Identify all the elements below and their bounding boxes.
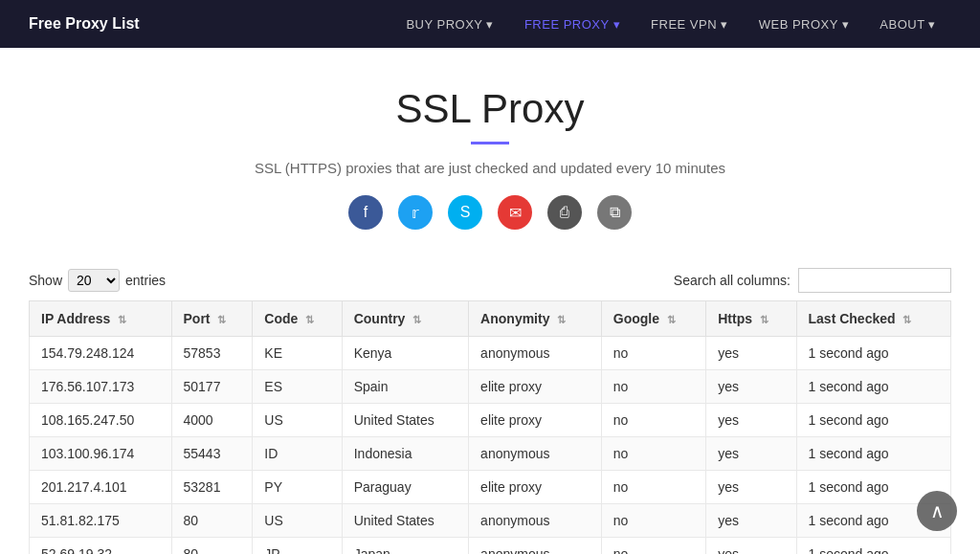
nav-web-proxy[interactable]: WEB PROXY ▾ <box>744 0 865 48</box>
cell-anonymity: anonymous <box>469 504 602 538</box>
cell-google: no <box>601 538 705 555</box>
sort-country-icon: ⇅ <box>412 314 421 325</box>
cell-last_checked: 1 second ago <box>796 437 950 471</box>
cell-code: ID <box>253 437 342 471</box>
sort-port-icon: ⇅ <box>217 314 226 325</box>
table-body: 154.79.248.12457853KEKenyaanonymousnoyes… <box>30 337 951 555</box>
col-port[interactable]: Port ⇅ <box>171 301 253 337</box>
cell-https: yes <box>706 538 796 555</box>
col-ip[interactable]: IP Address ⇅ <box>30 301 172 337</box>
proxy-table: IP Address ⇅ Port ⇅ Code ⇅ Country ⇅ Ano… <box>29 300 951 554</box>
cell-last_checked: 1 second ago <box>796 337 950 370</box>
skype-icon[interactable]: S <box>448 195 482 230</box>
social-icons: f 𝕣 S ✉ ⎙ ⧉ <box>19 195 961 230</box>
col-google[interactable]: Google ⇅ <box>601 301 705 337</box>
col-https[interactable]: Https ⇅ <box>706 301 796 337</box>
show-label: Show <box>29 273 62 288</box>
cell-https: yes <box>706 504 796 538</box>
cell-port: 55443 <box>171 437 253 471</box>
cell-ip: 201.217.4.101 <box>30 471 172 504</box>
col-last-checked[interactable]: Last Checked ⇅ <box>796 301 950 337</box>
cell-google: no <box>601 471 705 504</box>
email-icon[interactable]: ✉ <box>498 195 532 230</box>
brand-logo: Free Proxy List <box>29 15 140 33</box>
table-header: IP Address ⇅ Port ⇅ Code ⇅ Country ⇅ Ano… <box>30 301 951 337</box>
col-anonymity[interactable]: Anonymity ⇅ <box>469 301 602 337</box>
cell-country: Spain <box>342 370 468 404</box>
cell-ip: 176.56.107.173 <box>30 370 172 404</box>
nav-free-proxy[interactable]: FREE PROXY ▾ <box>509 0 635 48</box>
sort-ip-icon: ⇅ <box>118 314 126 325</box>
cell-last_checked: 1 second ago <box>796 404 950 437</box>
cell-country: Japan <box>342 538 468 555</box>
table-row: 108.165.247.504000USUnited Stateselite p… <box>30 404 951 437</box>
print-icon[interactable]: ⎙ <box>547 195 582 230</box>
cell-https: yes <box>706 370 796 404</box>
cell-ip: 108.165.247.50 <box>30 404 172 437</box>
cell-country: United States <box>342 504 468 538</box>
cell-code: US <box>253 404 342 437</box>
cell-port: 4000 <box>171 404 253 437</box>
twitter-icon[interactable]: 𝕣 <box>398 195 433 230</box>
cell-ip: 52.69.19.32 <box>30 538 172 555</box>
cell-port: 53281 <box>171 471 253 504</box>
cell-port: 57853 <box>171 337 253 370</box>
table-row: 52.69.19.3280JPJapananonymousnoyes1 seco… <box>30 538 951 555</box>
proxy-table-wrap: IP Address ⇅ Port ⇅ Code ⇅ Country ⇅ Ano… <box>0 300 980 554</box>
cell-google: no <box>601 337 705 370</box>
cell-anonymity: anonymous <box>469 337 602 370</box>
cell-port: 50177 <box>171 370 253 404</box>
cell-last_checked: 1 second ago <box>796 370 950 404</box>
cell-port: 80 <box>171 504 253 538</box>
cell-https: yes <box>706 471 796 504</box>
col-code[interactable]: Code ⇅ <box>253 301 342 337</box>
nav-links: BUY PROXY ▾ FREE PROXY ▾ FREE VPN ▾ WEB … <box>390 0 951 48</box>
cell-google: no <box>601 504 705 538</box>
cell-anonymity: elite proxy <box>469 471 602 504</box>
sort-https-icon: ⇅ <box>760 314 768 325</box>
search-input[interactable] <box>798 268 951 293</box>
scroll-to-top-button[interactable]: ∧ <box>917 491 957 531</box>
cell-https: yes <box>706 437 796 471</box>
sort-code-icon: ⇅ <box>305 314 314 325</box>
col-country[interactable]: Country ⇅ <box>342 301 468 337</box>
cell-code: PY <box>253 471 342 504</box>
nav-buy-proxy[interactable]: BUY PROXY ▾ <box>390 0 509 48</box>
sort-checked-icon: ⇅ <box>902 314 911 325</box>
table-row: 103.100.96.17455443IDIndonesiaanonymousn… <box>30 437 951 471</box>
show-entries-control: Show 10 20 50 100 entries <box>29 269 166 292</box>
cell-anonymity: elite proxy <box>469 404 602 437</box>
hero-section: SSL Proxy SSL (HTTPS) proxies that are j… <box>0 48 980 258</box>
cell-https: yes <box>706 404 796 437</box>
copy-icon[interactable]: ⧉ <box>597 195 632 230</box>
page-title: SSL Proxy <box>19 86 961 132</box>
nav-free-vpn[interactable]: FREE VPN ▾ <box>635 0 744 48</box>
cell-code: US <box>253 504 342 538</box>
table-row: 154.79.248.12457853KEKenyaanonymousnoyes… <box>30 337 951 370</box>
cell-anonymity: elite proxy <box>469 370 602 404</box>
cell-code: ES <box>253 370 342 404</box>
table-row: 176.56.107.17350177ESSpainelite proxynoy… <box>30 370 951 404</box>
table-controls: Show 10 20 50 100 entries Search all col… <box>0 258 980 300</box>
cell-google: no <box>601 437 705 471</box>
cell-country: Indonesia <box>342 437 468 471</box>
cell-ip: 154.79.248.124 <box>30 337 172 370</box>
cell-country: Paraguay <box>342 471 468 504</box>
cell-anonymity: anonymous <box>469 538 602 555</box>
cell-google: no <box>601 370 705 404</box>
cell-port: 80 <box>171 538 253 555</box>
cell-country: Kenya <box>342 337 468 370</box>
search-block: Search all columns: <box>674 268 951 293</box>
navbar: Free Proxy List BUY PROXY ▾ FREE PROXY ▾… <box>0 0 980 48</box>
cell-last_checked: 1 second ago <box>796 538 950 555</box>
entries-label: entries <box>125 273 166 288</box>
cell-https: yes <box>706 337 796 370</box>
facebook-icon[interactable]: f <box>348 195 383 230</box>
nav-about[interactable]: ABOUT ▾ <box>864 0 951 48</box>
cell-code: JP <box>253 538 342 555</box>
entries-select[interactable]: 10 20 50 100 <box>68 269 120 292</box>
cell-ip: 51.81.82.175 <box>30 504 172 538</box>
sort-anon-icon: ⇅ <box>557 314 566 325</box>
cell-code: KE <box>253 337 342 370</box>
cell-anonymity: anonymous <box>469 437 602 471</box>
